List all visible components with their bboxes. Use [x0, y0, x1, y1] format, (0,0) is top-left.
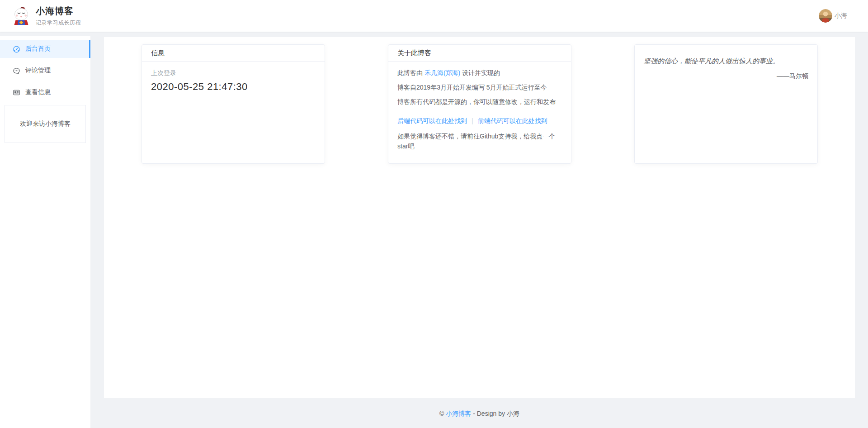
odometer-icon: [13, 45, 20, 53]
about-line-2: 博客自2019年3月开始开发编写 5月开始正式运行至今: [397, 82, 562, 92]
user-menu[interactable]: 小海: [819, 9, 855, 23]
brand-subtitle: 记录学习成长历程: [36, 19, 81, 27]
chat-bubble-icon: [13, 67, 20, 75]
info-card-title: 信息: [142, 45, 325, 62]
designer-link[interactable]: 禾几海(郑海): [425, 69, 460, 76]
welcome-text: 欢迎来访小海博客: [20, 120, 71, 128]
backend-code-link[interactable]: 后端代码可以在此处找到: [397, 117, 467, 124]
brand-title: 小海博客: [36, 5, 81, 17]
main-content: 信息 上次登录 2020-05-25 21:47:30 关于此博客 此博客由 禾…: [104, 37, 855, 398]
last-login-value: 2020-05-25 21:47:30: [151, 81, 316, 93]
about-line-1: 此博客由 禾几海(郑海) 设计并实现的: [397, 68, 562, 78]
sidebar-item-comments[interactable]: 评论管理: [0, 62, 90, 80]
cards-row: 信息 上次登录 2020-05-25 21:47:30 关于此博客 此博客由 禾…: [142, 44, 818, 164]
footer-design-by: - Design by: [471, 410, 507, 417]
sidebar-item-view-info[interactable]: 查看信息: [0, 83, 90, 101]
sidebar-item-label: 查看信息: [25, 88, 51, 96]
user-name: 小海: [835, 12, 847, 20]
about-line-1-suffix: 设计并实现的: [460, 69, 500, 76]
quote-text: 坚强的信心，能使平凡的人做出惊人的事业。: [644, 56, 808, 67]
about-card: 关于此博客 此博客由 禾几海(郑海) 设计并实现的 博客自2019年3月开始开发…: [388, 44, 571, 164]
about-card-body: 此博客由 禾几海(郑海) 设计并实现的 博客自2019年3月开始开发编写 5月开…: [388, 62, 571, 162]
quote-card-body: 坚强的信心，能使平凡的人做出惊人的事业。 ——马尔顿: [635, 45, 817, 90]
sidebar: 后台首页 评论管理 查看信息 欢迎来访小海博客: [0, 36, 90, 428]
about-line-1-prefix: 此博客由: [397, 69, 425, 76]
info-card-body: 上次登录 2020-05-25 21:47:30: [142, 62, 325, 100]
sidebar-item-dashboard[interactable]: 后台首页: [0, 40, 90, 58]
sidebar-item-label: 后台首页: [25, 45, 51, 53]
brand: 小海博客 记录学习成长历程: [13, 5, 81, 27]
quote-card: 坚强的信心，能使平凡的人做出惊人的事业。 ——马尔顿: [634, 44, 818, 164]
welcome-box: 欢迎来访小海博客: [5, 105, 86, 143]
header: 小海博客 记录学习成长历程 小海: [0, 0, 868, 32]
footer-author: 小海: [507, 410, 519, 417]
info-card: 信息 上次登录 2020-05-25 21:47:30: [142, 44, 325, 164]
last-login-label: 上次登录: [151, 69, 316, 77]
postcard-icon: [13, 89, 20, 96]
footer-copyright: ©: [439, 410, 446, 417]
sidebar-item-label: 评论管理: [25, 67, 51, 75]
about-card-title: 关于此博客: [388, 45, 571, 62]
quote-author: ——马尔顿: [644, 72, 808, 81]
blog-logo-icon: [13, 6, 30, 25]
about-code-links: 后端代码可以在此处找到|前端代码可以在此处找到: [397, 116, 562, 126]
about-line-3: 博客所有代码都是开源的，你可以随意修改，运行和发布: [397, 97, 562, 107]
footer: © 小海博客 - Design by 小海: [104, 398, 855, 428]
user-avatar: [819, 9, 832, 23]
frontend-code-link[interactable]: 前端代码可以在此处找到: [478, 117, 547, 124]
about-line-5: 如果觉得博客还不错，请前往Github支持我，给我点一个star吧: [397, 131, 562, 151]
footer-brand-link[interactable]: 小海博客: [446, 410, 471, 417]
brand-text: 小海博客 记录学习成长历程: [36, 5, 81, 27]
links-separator: |: [472, 117, 473, 124]
